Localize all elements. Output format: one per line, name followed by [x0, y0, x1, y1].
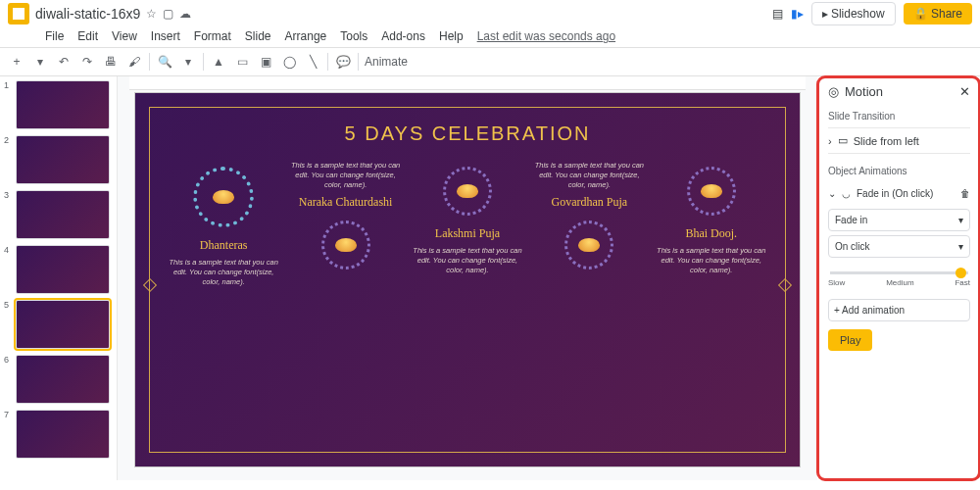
- trigger-select[interactable]: On click▾: [828, 235, 970, 258]
- new-slide-icon[interactable]: +: [8, 55, 25, 69]
- document-title[interactable]: diwali-static-16x9: [35, 6, 140, 22]
- add-animation-button[interactable]: + Add animation: [828, 299, 970, 321]
- chevron-down-icon: ▾: [958, 241, 963, 252]
- play-button[interactable]: Play: [828, 329, 872, 351]
- thumb-1[interactable]: [16, 80, 110, 129]
- cloud-icon[interactable]: ☁: [179, 7, 191, 21]
- chevron-down-icon[interactable]: ▾: [31, 55, 49, 69]
- print-icon[interactable]: 🖶: [102, 55, 120, 69]
- thumb-4[interactable]: [16, 245, 110, 294]
- line-icon[interactable]: ╲: [304, 55, 321, 69]
- object-animations-label: Object Animations: [828, 166, 970, 176]
- chevron-down-icon: ▾: [958, 215, 963, 225]
- chevron-down-icon[interactable]: ▾: [179, 55, 197, 69]
- paint-format-icon[interactable]: 🖌: [125, 55, 143, 69]
- share-button[interactable]: 🔒 Share: [904, 3, 972, 24]
- menu-tools[interactable]: Tools: [340, 29, 368, 43]
- zoom-icon[interactable]: 🔍: [156, 55, 173, 69]
- undo-icon[interactable]: ↶: [55, 55, 73, 69]
- motion-panel-title: Motion: [845, 84, 883, 99]
- meet-icon[interactable]: ▮▸: [791, 7, 804, 21]
- menu-help[interactable]: Help: [439, 29, 464, 43]
- select-tool-icon[interactable]: ▲: [210, 55, 227, 69]
- slide-thumbnails: 1 2 3 4 5 6 7: [0, 76, 118, 480]
- effect-select[interactable]: Fade in▾: [828, 209, 970, 231]
- motion-panel: ◎ Motion ✕ Slide Transition › ▭ Slide fr…: [817, 76, 980, 480]
- canvas-area: 5 DAYS CELEBRATION DhanterasThis is a sa…: [118, 76, 817, 480]
- textbox-icon[interactable]: ▭: [233, 55, 251, 69]
- animation-item[interactable]: ⌄ ◡ Fade in (On click) 🗑: [828, 182, 970, 205]
- menu-addons[interactable]: Add-ons: [381, 29, 425, 43]
- menu-bar: File Edit View Insert Format Slide Arran…: [0, 27, 980, 47]
- menu-edit[interactable]: Edit: [77, 29, 98, 43]
- motion-icon: ◎: [828, 84, 839, 99]
- toolbar: + ▾ ↶ ↷ 🖶 🖌 🔍 ▾ ▲ ▭ ▣ ◯ ╲ 💬 Animate: [0, 47, 980, 76]
- chevron-down-icon: ⌄: [828, 188, 836, 199]
- image-icon[interactable]: ▣: [257, 55, 274, 69]
- comment-history-icon[interactable]: ▤: [772, 7, 783, 21]
- menu-arrange[interactable]: Arrange: [285, 29, 327, 43]
- animate-button[interactable]: Animate: [365, 55, 408, 69]
- slideshow-button[interactable]: ▸ Slideshow: [811, 2, 896, 25]
- slide-icon: ▭: [838, 134, 848, 147]
- thumb-6[interactable]: [16, 355, 110, 404]
- diya-obj-icon: ◡: [842, 188, 851, 199]
- menu-view[interactable]: View: [112, 29, 137, 43]
- menu-insert[interactable]: Insert: [151, 29, 180, 43]
- comment-icon[interactable]: 💬: [334, 55, 352, 69]
- redo-icon[interactable]: ↷: [78, 55, 96, 69]
- menu-file[interactable]: File: [45, 29, 64, 43]
- thumb-5[interactable]: [16, 300, 110, 349]
- thumb-2[interactable]: [16, 135, 110, 184]
- slides-app-icon: [8, 3, 29, 24]
- thumb-3[interactable]: [16, 190, 110, 239]
- last-edit-link[interactable]: Last edit was seconds ago: [477, 29, 615, 43]
- thumb-7[interactable]: [16, 410, 110, 459]
- horizontal-ruler: [129, 76, 806, 90]
- transition-row[interactable]: › ▭ Slide from left: [828, 127, 970, 154]
- menu-slide[interactable]: Slide: [245, 29, 271, 43]
- shape-icon[interactable]: ◯: [280, 55, 298, 69]
- move-icon[interactable]: ▢: [163, 7, 173, 21]
- slide-canvas[interactable]: 5 DAYS CELEBRATION DhanterasThis is a sa…: [134, 92, 801, 467]
- menu-format[interactable]: Format: [194, 29, 231, 43]
- slide-transition-label: Slide Transition: [828, 111, 970, 122]
- star-icon[interactable]: ☆: [146, 7, 157, 21]
- speed-slider[interactable]: [830, 271, 968, 274]
- chevron-right-icon: ›: [828, 135, 832, 147]
- close-icon[interactable]: ✕: [959, 84, 970, 99]
- delete-icon[interactable]: 🗑: [960, 188, 970, 199]
